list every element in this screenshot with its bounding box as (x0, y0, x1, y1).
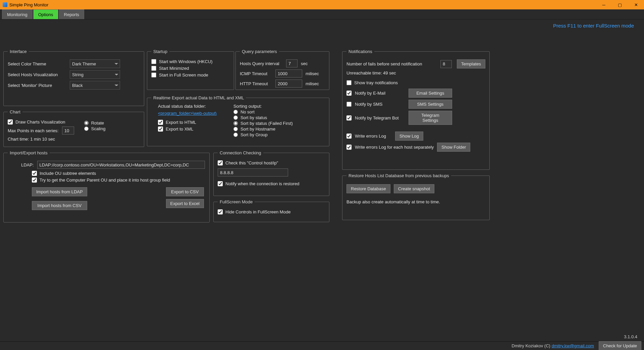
backup-note: Backup also create automatically at time… (346, 199, 485, 204)
include-ou-label: Include OU subtree elements (40, 171, 96, 176)
scaling-label: Scaling (91, 126, 106, 131)
export-xml-label: Export to XML (166, 127, 193, 132)
notif-legend: Notifications (346, 49, 374, 54)
icmp-input[interactable] (275, 69, 302, 78)
sorting-label: Sorting output: (233, 104, 293, 109)
import-csv-button[interactable]: Import hosts from CSV (32, 201, 87, 210)
http-unit: milisec (306, 81, 319, 86)
log-checkbox[interactable] (346, 134, 352, 139)
actual-folder-label: Actual status data folder: (158, 104, 217, 109)
http-label: HTTP Timeout (240, 81, 272, 86)
export-csv-button[interactable]: Export to CSV (166, 187, 204, 196)
sms-settings-button[interactable]: SMS Settings (409, 100, 452, 109)
tab-monitoring[interactable]: Monitoring (2, 9, 33, 19)
query-legend: Query parameters (240, 49, 279, 54)
sms-label: Notify by SMS (355, 102, 405, 107)
start-minimized-checkbox[interactable] (151, 66, 156, 71)
maxpoints-label: Max Points in each series: (8, 128, 59, 133)
start-windows-checkbox[interactable] (151, 59, 156, 64)
color-theme-select[interactable]: Dark Theme (70, 59, 120, 68)
sort-none-radio[interactable] (233, 110, 238, 114)
hide-controls-label: Hide Controls in FullScreen Mode (225, 209, 290, 214)
check-host-checkbox[interactable] (218, 160, 223, 165)
actual-folder-link[interactable]: <program_folder>\web-output\ (158, 111, 217, 116)
sort-status-radio[interactable] (233, 115, 238, 120)
try-parent-checkbox[interactable] (32, 178, 37, 183)
query-params-group: Query parameters Hosts Query intervalsec… (235, 49, 329, 90)
icmp-unit: milisec (306, 71, 319, 76)
icmp-label: ICMP Timeout (240, 71, 272, 76)
author-label: Dmitry Koziakov (C) (512, 343, 551, 348)
unreachable-label: Unreachable time: 49 sec (346, 70, 485, 76)
author-email-link[interactable]: dmitry.kw@gmail.com (551, 343, 594, 348)
import-legend: Import/Export hosts (8, 150, 50, 155)
status-bar: Dmitry Koziakov (C) dmitry.kw@gmail.com … (0, 341, 644, 350)
email-checkbox[interactable] (346, 91, 352, 96)
try-parent-label: Try to get the Computer Parent OU and pl… (40, 178, 170, 183)
notifications-group: Notifications Number of fails before sen… (342, 49, 490, 170)
rotate-label: Rotate (91, 120, 104, 126)
chart-time-label: Chart time: 1 min 10 sec (8, 137, 74, 142)
rotate-radio[interactable] (84, 121, 89, 125)
export-html-checkbox[interactable] (158, 120, 163, 125)
tray-checkbox[interactable] (346, 80, 352, 85)
hide-controls-checkbox[interactable] (218, 209, 223, 214)
realtime-export-group: Realtime Export actual Data to HTML and … (147, 95, 329, 146)
control-host-input[interactable] (218, 168, 288, 177)
chart-group: Chart Draw Charts Visualization Max Poin… (3, 109, 144, 147)
titlebar: Simple Ping Monitor ─ ▢ ✕ (0, 0, 644, 9)
export-xml-checkbox[interactable] (158, 127, 163, 132)
monitor-picture-label: Select 'Monitor' Picture (8, 83, 66, 88)
interface-group: Interface Select Color Theme Dark Theme … (3, 49, 144, 106)
log-each-checkbox[interactable] (346, 145, 352, 150)
email-settings-button[interactable]: Email Settings (409, 89, 452, 98)
sort-failed-radio[interactable] (233, 121, 238, 126)
ldap-input[interactable] (37, 161, 205, 169)
templates-button[interactable]: Templates (457, 59, 485, 68)
conn-legend: Connection Checking (218, 150, 263, 155)
http-input[interactable] (275, 80, 302, 88)
import-export-group: Import/Export hosts LDAP: Include OU sub… (3, 150, 210, 222)
color-theme-label: Select Color Theme (8, 61, 66, 66)
notify-restore-checkbox[interactable] (218, 181, 223, 186)
import-ldap-button[interactable]: Import hosts from LDAP (32, 187, 87, 196)
restore-legend: Restore Hosts List Database from previou… (346, 173, 451, 178)
restore-database-button[interactable]: Restore Database (346, 184, 390, 193)
query-interval-input[interactable] (286, 59, 298, 67)
window-title: Simple Ping Monitor (9, 2, 48, 7)
fails-input[interactable] (440, 60, 452, 68)
realtime-legend: Realtime Export actual Data to HTML and … (151, 95, 246, 100)
check-update-button[interactable]: Check for Update (599, 341, 641, 350)
sort-hostname-radio[interactable] (233, 127, 238, 131)
telegram-settings-button[interactable]: Telegram Settings (409, 111, 452, 125)
scaling-radio[interactable] (84, 127, 89, 131)
show-folder-button[interactable]: Show Folder (437, 143, 470, 152)
start-fullscreen-checkbox[interactable] (151, 72, 156, 78)
check-host-label: Check this "Control host/ip" (225, 160, 278, 165)
start-fullscreen-label: Start in Full Screen mode (159, 72, 208, 78)
tab-options[interactable]: Options (33, 9, 58, 19)
maximize-button[interactable]: ▢ (613, 1, 627, 8)
email-label: Notify by E-Mail (355, 91, 405, 96)
minimize-button[interactable]: ─ (597, 1, 610, 8)
hosts-visualization-select[interactable]: String (70, 70, 120, 79)
draw-charts-checkbox[interactable] (8, 119, 13, 124)
sms-checkbox[interactable] (346, 102, 352, 107)
sort-group-radio[interactable] (233, 133, 238, 137)
start-windows-label: Start with Windows (HKCU) (159, 59, 213, 64)
include-ou-checkbox[interactable] (32, 171, 37, 176)
close-button[interactable]: ✕ (629, 1, 643, 8)
ldap-label: LDAP: (21, 162, 34, 167)
show-log-button[interactable]: Show Log (395, 132, 423, 141)
export-excel-button[interactable]: Export to Excel (166, 199, 204, 208)
export-html-label: Export to HTML (166, 120, 196, 125)
monitor-picture-select[interactable]: Black (70, 81, 120, 90)
notify-restore-label: Notify when the connection is restored (225, 181, 299, 186)
query-interval-unit: sec (301, 61, 308, 66)
create-snapshot-button[interactable]: Create snapshot (394, 184, 434, 193)
maxpoints-input[interactable] (62, 127, 74, 135)
startup-legend: Startup (151, 49, 169, 54)
tab-reports[interactable]: Reports (59, 9, 85, 19)
telegram-checkbox[interactable] (346, 115, 352, 120)
fails-label: Number of fails before send notification (346, 61, 437, 66)
